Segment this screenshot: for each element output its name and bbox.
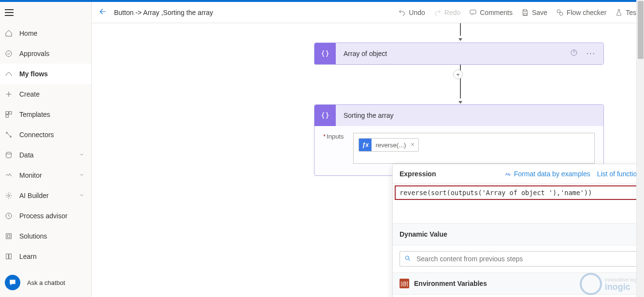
braces-icon bbox=[315, 105, 336, 126]
save-button[interactable]: Save bbox=[521, 9, 547, 16]
svg-point-13 bbox=[559, 12, 563, 15]
sidebar-item-learn[interactable]: Learn bbox=[0, 246, 91, 267]
svg-point-12 bbox=[557, 10, 560, 13]
solutions-icon bbox=[5, 232, 19, 240]
sidebar-item-process-advisor[interactable]: Process advisor bbox=[0, 206, 91, 226]
sidebar-item-label: AI Builder bbox=[19, 192, 49, 199]
connectors-icon bbox=[5, 131, 19, 139]
home-icon bbox=[5, 29, 19, 37]
vertical-scrollbar[interactable] bbox=[636, 0, 644, 297]
sidebar-item-label: Solutions bbox=[19, 232, 47, 240]
svg-rect-1 bbox=[6, 112, 8, 114]
svg-point-5 bbox=[10, 136, 12, 138]
inputs-field[interactable]: ƒx reverse(...) bbox=[353, 133, 595, 164]
svg-rect-2 bbox=[9, 112, 12, 114]
help-icon[interactable] bbox=[570, 49, 578, 58]
back-button[interactable] bbox=[98, 7, 106, 18]
watermark: innovative logic inogic bbox=[580, 273, 641, 295]
sidebar-item-label: Create bbox=[19, 90, 40, 98]
svg-point-4 bbox=[6, 132, 8, 134]
remove-token-button[interactable] bbox=[410, 141, 418, 149]
test-button[interactable]: Test bbox=[615, 9, 638, 16]
chevron-down-icon bbox=[79, 171, 85, 179]
sidebar-item-label: Home bbox=[19, 29, 37, 37]
sidebar-item-home[interactable]: Home bbox=[0, 23, 91, 43]
plus-icon bbox=[5, 90, 19, 98]
step-menu-button[interactable]: ··· bbox=[587, 49, 596, 58]
dynamic-search-input[interactable] bbox=[400, 251, 644, 267]
dynamic-value-header: Dynamic Value bbox=[400, 230, 447, 238]
step-title: Sorting the array bbox=[343, 112, 394, 119]
fx-icon: ƒx bbox=[359, 138, 372, 152]
hamburger-menu[interactable] bbox=[5, 9, 14, 16]
sidebar-item-label: Approvals bbox=[19, 50, 49, 57]
chatbot-label: Ask a chatbot bbox=[27, 279, 65, 286]
svg-rect-9 bbox=[6, 234, 12, 239]
learn-icon bbox=[5, 253, 19, 260]
env-vars-icon: [@] bbox=[400, 279, 409, 288]
chatbot-button[interactable] bbox=[5, 275, 20, 290]
svg-point-15 bbox=[405, 256, 409, 259]
sidebar-item-solutions[interactable]: Solutions bbox=[0, 226, 91, 246]
sidebar-item-label: Data bbox=[19, 151, 34, 159]
sidebar-item-label: Templates bbox=[19, 111, 50, 118]
scrollbar-thumb[interactable] bbox=[638, 1, 644, 59]
templates-icon bbox=[5, 111, 19, 118]
step-array-of-object[interactable]: Array of object ··· bbox=[314, 42, 604, 65]
flows-icon bbox=[5, 70, 19, 78]
flow-checker-button[interactable]: Flow checker bbox=[556, 9, 606, 16]
sidebar-item-templates[interactable]: Templates bbox=[0, 104, 91, 125]
sidebar-item-label: Process advisor bbox=[19, 212, 68, 220]
inputs-label: *Inputs bbox=[323, 133, 343, 140]
svg-point-0 bbox=[6, 51, 12, 57]
svg-rect-11 bbox=[470, 10, 476, 14]
add-step-button[interactable]: + bbox=[453, 70, 463, 79]
data-icon bbox=[5, 151, 19, 159]
expression-header: Expression bbox=[400, 170, 498, 178]
ai-icon bbox=[5, 192, 19, 199]
sidebar-item-connectors[interactable]: Connectors bbox=[0, 125, 91, 145]
sidebar-item-approvals[interactable]: Approvals bbox=[0, 43, 91, 64]
env-vars-header: Environment Variables bbox=[414, 280, 487, 287]
sidebar-item-label: Learn bbox=[19, 253, 37, 260]
svg-rect-10 bbox=[7, 235, 10, 237]
sidebar-item-monitor[interactable]: Monitor bbox=[0, 165, 91, 185]
chevron-down-icon bbox=[79, 151, 85, 159]
svg-point-6 bbox=[6, 152, 12, 154]
format-data-link[interactable]: Format data by examples bbox=[504, 170, 590, 178]
sidebar-item-data[interactable]: Data bbox=[0, 145, 91, 165]
expression-input[interactable] bbox=[400, 189, 644, 197]
redo-button: Redo bbox=[434, 9, 460, 16]
breadcrumb: Button -> Array ,Sorting the array bbox=[114, 9, 213, 16]
svg-rect-3 bbox=[6, 115, 8, 117]
sidebar-item-label: Connectors bbox=[19, 131, 54, 139]
chevron-down-icon bbox=[79, 192, 85, 199]
undo-button[interactable]: Undo bbox=[398, 9, 425, 16]
comments-button[interactable]: Comments bbox=[469, 9, 513, 16]
sidebar-item-my-flows[interactable]: My flows bbox=[0, 64, 91, 84]
sidebar-item-label: Monitor bbox=[19, 171, 42, 179]
svg-point-7 bbox=[8, 195, 10, 197]
search-icon bbox=[404, 255, 411, 264]
sidebar-item-create[interactable]: Create bbox=[0, 84, 91, 104]
process-icon bbox=[5, 212, 19, 220]
sidebar-item-ai-builder[interactable]: AI Builder bbox=[0, 185, 91, 206]
step-title: Array of object bbox=[343, 50, 387, 57]
braces-icon bbox=[315, 43, 336, 64]
sidebar-item-label: My flows bbox=[19, 70, 48, 78]
approvals-icon bbox=[5, 50, 19, 57]
monitor-icon bbox=[5, 171, 19, 179]
expression-token[interactable]: ƒx reverse(...) bbox=[358, 138, 419, 152]
